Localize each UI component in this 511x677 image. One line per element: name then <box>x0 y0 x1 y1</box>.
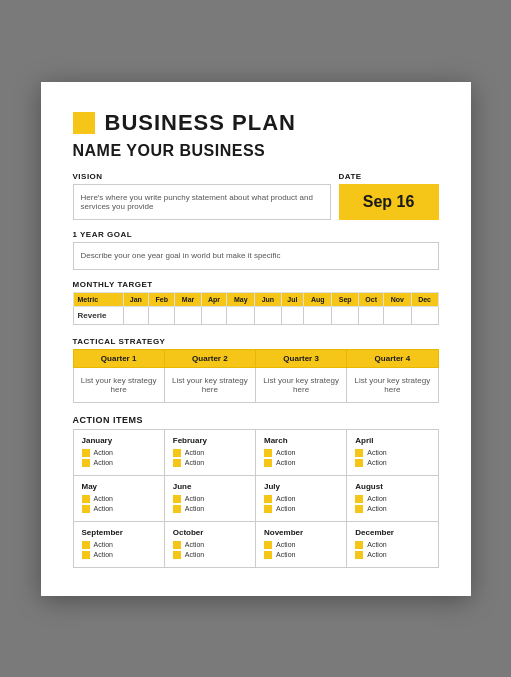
action-text[interactable]: Action <box>185 505 204 512</box>
sep-value[interactable] <box>332 306 359 324</box>
action-text[interactable]: Action <box>185 459 204 466</box>
action-item: Action <box>82 459 156 467</box>
action-cell-february: FebruaryActionAction <box>164 429 255 475</box>
action-text[interactable]: Action <box>276 495 295 502</box>
action-text[interactable]: Action <box>276 541 295 548</box>
vision-label: Vision <box>73 172 331 181</box>
quarter2-header: Quarter 2 <box>164 349 255 367</box>
col-may: May <box>227 292 255 306</box>
action-item: Action <box>82 505 156 513</box>
action-item: Action <box>264 541 338 549</box>
action-text[interactable]: Action <box>367 505 386 512</box>
month-name-november: November <box>264 528 338 537</box>
feb-value[interactable] <box>149 306 175 324</box>
action-bullet-icon <box>173 541 181 549</box>
action-row-0: JanuaryActionActionFebruaryActionActionM… <box>73 429 438 475</box>
action-item: Action <box>82 551 156 559</box>
col-jul: Jul <box>281 292 304 306</box>
action-bullet-icon <box>264 541 272 549</box>
col-nov: Nov <box>384 292 411 306</box>
quarter1-strategy[interactable]: List your key strategy here <box>73 367 164 402</box>
action-row-2: SeptemberActionActionOctoberActionAction… <box>73 521 438 567</box>
quarter2-strategy[interactable]: List your key strategy here <box>164 367 255 402</box>
action-bullet-icon <box>264 551 272 559</box>
metric-name[interactable]: Reverie <box>73 306 123 324</box>
col-feb: Feb <box>149 292 175 306</box>
action-item: Action <box>173 541 247 549</box>
action-text[interactable]: Action <box>94 449 113 456</box>
vision-input[interactable]: Here's where you write punchy statement … <box>73 184 331 220</box>
action-bullet-icon <box>173 551 181 559</box>
action-row-1: MayActionActionJuneActionActionJulyActio… <box>73 475 438 521</box>
may-value[interactable] <box>227 306 255 324</box>
business-plan-page: Business Plan Name Your Business Vision … <box>41 82 471 596</box>
action-text[interactable]: Action <box>367 541 386 548</box>
action-text[interactable]: Action <box>276 505 295 512</box>
tactical-header-row: Quarter 1 Quarter 2 Quarter 3 Quarter 4 <box>73 349 438 367</box>
brand-icon <box>73 112 95 134</box>
action-section: Action Items JanuaryActionActionFebruary… <box>73 415 439 568</box>
action-item: Action <box>82 541 156 549</box>
month-name-august: August <box>355 482 429 491</box>
action-bullet-icon <box>264 495 272 503</box>
action-bullet-icon <box>355 505 363 513</box>
dec-value[interactable] <box>411 306 438 324</box>
action-text[interactable]: Action <box>276 459 295 466</box>
action-cell-june: JuneActionAction <box>164 475 255 521</box>
quarter4-strategy[interactable]: List your key strategy here <box>347 367 438 402</box>
action-bullet-icon <box>82 459 90 467</box>
goal-section: 1 Year Goal Describe your one year goal … <box>73 230 439 270</box>
monthly-label: Monthly Target <box>73 280 439 289</box>
date-value[interactable]: Sep 16 <box>339 184 439 220</box>
mar-value[interactable] <box>175 306 201 324</box>
action-text[interactable]: Action <box>367 551 386 558</box>
action-bullet-icon <box>82 449 90 457</box>
action-text[interactable]: Action <box>185 495 204 502</box>
action-text[interactable]: Action <box>367 449 386 456</box>
action-text[interactable]: Action <box>276 551 295 558</box>
goal-input[interactable]: Describe your one year goal in world but… <box>73 242 439 270</box>
aug-value[interactable] <box>304 306 332 324</box>
action-bullet-icon <box>355 541 363 549</box>
action-text[interactable]: Action <box>185 449 204 456</box>
action-text[interactable]: Action <box>367 459 386 466</box>
action-text[interactable]: Action <box>185 541 204 548</box>
action-item: Action <box>355 541 429 549</box>
action-text[interactable]: Action <box>367 495 386 502</box>
action-bullet-icon <box>264 449 272 457</box>
jul-value[interactable] <box>281 306 304 324</box>
jan-value[interactable] <box>123 306 149 324</box>
month-name-may: May <box>82 482 156 491</box>
month-name-october: October <box>173 528 247 537</box>
month-name-march: March <box>264 436 338 445</box>
quarter3-strategy[interactable]: List your key strategy here <box>256 367 347 402</box>
col-mar: Mar <box>175 292 201 306</box>
action-cell-october: OctoberActionAction <box>164 521 255 567</box>
action-item: Action <box>264 459 338 467</box>
nov-value[interactable] <box>384 306 411 324</box>
action-text[interactable]: Action <box>94 495 113 502</box>
business-name[interactable]: Name Your Business <box>73 142 439 160</box>
action-text[interactable]: Action <box>94 459 113 466</box>
action-item: Action <box>264 505 338 513</box>
action-item: Action <box>355 505 429 513</box>
tactical-content-row: List your key strategy here List your ke… <box>73 367 438 402</box>
action-item: Action <box>264 449 338 457</box>
oct-value[interactable] <box>359 306 384 324</box>
action-item: Action <box>173 505 247 513</box>
action-bullet-icon <box>82 551 90 559</box>
action-text[interactable]: Action <box>94 551 113 558</box>
action-bullet-icon <box>264 505 272 513</box>
action-text[interactable]: Action <box>276 449 295 456</box>
header: Business Plan <box>73 110 439 136</box>
quarter4-header: Quarter 4 <box>347 349 438 367</box>
date-section: Date Sep 16 <box>339 172 439 220</box>
jun-value[interactable] <box>255 306 281 324</box>
action-item: Action <box>355 449 429 457</box>
action-text[interactable]: Action <box>94 505 113 512</box>
action-text[interactable]: Action <box>185 551 204 558</box>
action-text[interactable]: Action <box>94 541 113 548</box>
action-items-label: Action Items <box>73 415 439 425</box>
apr-value[interactable] <box>201 306 227 324</box>
month-name-april: April <box>355 436 429 445</box>
